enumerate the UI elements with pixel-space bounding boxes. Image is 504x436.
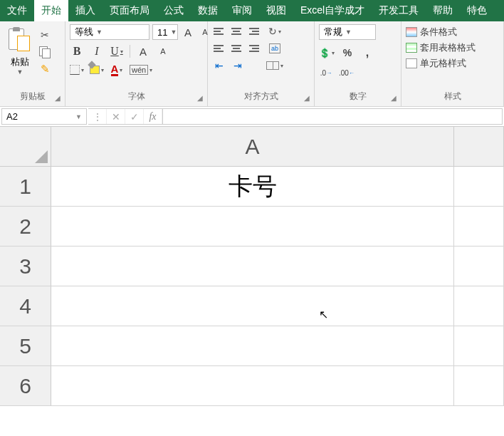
formula-bar: A2▼ ⋮ ✕ ✓ fx bbox=[0, 107, 504, 127]
cell-styles-icon bbox=[406, 58, 417, 68]
italic-button[interactable]: I bbox=[90, 44, 104, 58]
cell-A6[interactable] bbox=[51, 366, 454, 406]
number-dialog-icon[interactable]: ◢ bbox=[391, 94, 397, 102]
cell-A2[interactable] bbox=[51, 207, 454, 246]
tab-home[interactable]: 开始 bbox=[34, 0, 68, 21]
border-button[interactable]: ▾ bbox=[70, 63, 84, 77]
align-top-center[interactable] bbox=[229, 24, 243, 38]
fx-cancel-button[interactable]: ✕ bbox=[107, 109, 125, 124]
spreadsheet-grid[interactable]: A 1 卡号 2 3 4 5 6 bbox=[0, 127, 504, 406]
tab-insert[interactable]: 插入 bbox=[68, 0, 103, 21]
tab-custom[interactable]: Excel自学成才 bbox=[293, 0, 372, 21]
number-format-combo[interactable]: 常规▼ bbox=[319, 24, 376, 40]
font-dialog-icon[interactable]: ◢ bbox=[197, 94, 203, 102]
align-group-label: 对齐方式 bbox=[244, 91, 278, 101]
tab-help[interactable]: 帮助 bbox=[426, 0, 460, 21]
group-clipboard: 粘贴 ▼ 剪贴板◢ bbox=[0, 21, 65, 106]
cell-A5[interactable] bbox=[51, 326, 454, 366]
align-top-right[interactable] bbox=[246, 24, 261, 38]
group-styles: 条件格式 套用表格格式 单元格样式 样式 bbox=[401, 21, 504, 106]
tab-layout[interactable]: 页面布局 bbox=[103, 0, 157, 21]
tab-data[interactable]: 数据 bbox=[191, 0, 225, 21]
bold-button[interactable]: B bbox=[70, 44, 84, 58]
tab-dev[interactable]: 开发工具 bbox=[372, 0, 426, 21]
paste-button[interactable]: 粘贴 ▼ bbox=[4, 24, 36, 76]
styles-group-label: 样式 bbox=[444, 91, 461, 101]
paste-icon bbox=[7, 27, 33, 53]
currency-button[interactable]: ▾ bbox=[319, 46, 335, 60]
align-mid-center[interactable] bbox=[229, 41, 243, 56]
font-color-button[interactable]: A▾ bbox=[110, 63, 124, 77]
col-header-B[interactable] bbox=[454, 127, 504, 167]
fx-insert-button[interactable]: fx bbox=[144, 109, 162, 124]
cell-styles-button[interactable]: 单元格样式 bbox=[406, 57, 476, 70]
tab-extra[interactable]: 特色 bbox=[460, 0, 494, 21]
group-alignment: ▾ ab ▾ 对齐方式◢ bbox=[208, 21, 315, 106]
paste-label: 粘贴 bbox=[11, 56, 29, 68]
conditional-format-button[interactable]: 条件格式 bbox=[406, 26, 476, 38]
cell-A4[interactable] bbox=[51, 286, 454, 326]
wrap-text-button[interactable]: ab bbox=[266, 41, 283, 56]
format-table-button[interactable]: 套用表格格式 bbox=[406, 41, 476, 54]
percent-button[interactable] bbox=[340, 46, 355, 60]
group-number: 常规▼ ▾ 数字◢ bbox=[315, 21, 401, 106]
decrease-indent-button[interactable] bbox=[212, 58, 226, 73]
tab-file[interactable]: 文件 bbox=[0, 0, 34, 21]
format-painter-button[interactable] bbox=[38, 63, 51, 76]
decrease-decimal-button[interactable] bbox=[339, 66, 355, 80]
ribbon: 粘贴 ▼ 剪贴板◢ 等线▼ 11▼ A A B I U▾ bbox=[0, 21, 504, 107]
tab-view[interactable]: 视图 bbox=[259, 0, 293, 21]
cell-A3[interactable] bbox=[51, 246, 454, 286]
cell-B6[interactable] bbox=[454, 366, 504, 406]
increase-decimal-button[interactable] bbox=[319, 66, 333, 80]
fx-expand-icon[interactable]: ⋮ bbox=[88, 109, 107, 124]
cell-B5[interactable] bbox=[454, 326, 504, 366]
ribbon-tabs: 文件 开始 插入 页面布局 公式 数据 审阅 视图 Excel自学成才 开发工具… bbox=[0, 0, 504, 21]
tab-formulas[interactable]: 公式 bbox=[157, 0, 191, 21]
row-header-6[interactable]: 6 bbox=[0, 366, 51, 406]
font-name-combo[interactable]: 等线▼ bbox=[70, 24, 149, 40]
fx-enter-button[interactable]: ✓ bbox=[125, 109, 144, 124]
align-mid-left[interactable] bbox=[212, 41, 226, 56]
clipboard-dialog-icon[interactable]: ◢ bbox=[55, 94, 61, 102]
increase-indent-button[interactable] bbox=[231, 58, 245, 73]
merge-button[interactable]: ▾ bbox=[266, 58, 283, 73]
phonetic-button[interactable]: wén▾ bbox=[130, 63, 152, 77]
comma-button[interactable] bbox=[360, 46, 374, 60]
cut-button[interactable] bbox=[38, 28, 51, 41]
font-grow-button[interactable]: A bbox=[181, 25, 195, 39]
fill-color-button[interactable]: ▾ bbox=[90, 63, 104, 77]
conditional-format-icon bbox=[406, 27, 417, 37]
name-box[interactable]: A2▼ bbox=[1, 108, 87, 125]
font-shrink2-button[interactable]: A bbox=[156, 44, 170, 58]
align-mid-right[interactable] bbox=[246, 41, 261, 56]
format-table-icon bbox=[406, 43, 417, 53]
cell-B4[interactable] bbox=[454, 286, 504, 326]
underline-button[interactable]: U▾ bbox=[110, 44, 124, 58]
tab-review[interactable]: 审阅 bbox=[225, 0, 259, 21]
font-grow2-button[interactable]: A bbox=[136, 44, 150, 58]
cell-A1[interactable]: 卡号 bbox=[51, 167, 454, 207]
row-header-2[interactable]: 2 bbox=[0, 207, 51, 246]
formula-input[interactable] bbox=[163, 108, 503, 125]
row-header-5[interactable]: 5 bbox=[0, 326, 51, 366]
cell-B1[interactable] bbox=[454, 167, 504, 207]
align-top-left[interactable] bbox=[212, 24, 226, 38]
font-size-combo[interactable]: 11▼ bbox=[152, 24, 178, 40]
copy-button[interactable] bbox=[38, 46, 51, 58]
cell-B2[interactable] bbox=[454, 207, 504, 246]
col-header-A[interactable]: A bbox=[51, 127, 454, 167]
font-group-label: 字体 bbox=[128, 91, 145, 101]
row-header-4[interactable]: 4 bbox=[0, 286, 51, 326]
cell-B3[interactable] bbox=[454, 246, 504, 286]
select-all-corner[interactable] bbox=[0, 127, 51, 167]
align-dialog-icon[interactable]: ◢ bbox=[304, 94, 310, 102]
row-header-1[interactable]: 1 bbox=[0, 167, 51, 207]
clipboard-group-label: 剪贴板 bbox=[20, 91, 46, 101]
number-group-label: 数字 bbox=[350, 91, 367, 101]
row-header-3[interactable]: 3 bbox=[0, 246, 51, 286]
orientation-button[interactable]: ▾ bbox=[266, 24, 283, 38]
group-font: 等线▼ 11▼ A A B I U▾ A A ▾ ▾ A▾ wén▾ bbox=[65, 21, 208, 106]
